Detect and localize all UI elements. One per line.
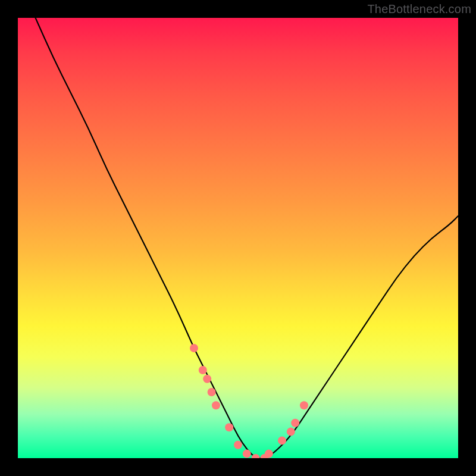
marker-point [234,441,242,449]
chart-frame: TheBottleneck.com [0,0,476,476]
highlight-markers [190,344,308,458]
marker-point [190,344,198,352]
marker-point [243,450,251,458]
plot-area [18,18,458,458]
watermark-text: TheBottleneck.com [367,2,471,16]
marker-point [291,419,299,427]
chart-svg [18,18,458,458]
marker-point [265,450,273,458]
marker-point [287,428,295,436]
marker-point [203,375,211,383]
bottleneck-curve [36,18,458,458]
marker-point [300,401,308,409]
marker-point [225,423,233,431]
marker-point [208,388,216,396]
marker-point [278,436,286,444]
marker-point [199,366,207,374]
marker-point [212,401,220,409]
